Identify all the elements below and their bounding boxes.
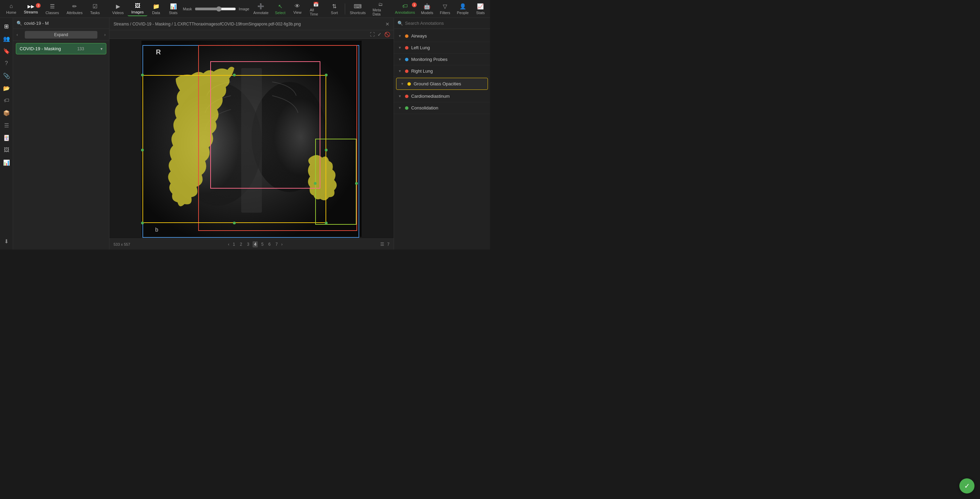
breadcrumb: Streams / COVID-19 - Masking / 1.CXRCTTh… — [113, 22, 301, 27]
sidebar-bookmark-icon[interactable]: 🔖 — [1, 45, 12, 56]
sidebar-list-icon[interactable]: ☰ — [1, 120, 12, 131]
sidebar-image-icon[interactable]: 🖼 — [1, 145, 12, 156]
expand-button[interactable]: Expand — [25, 31, 97, 38]
handle-inner-mr[interactable] — [355, 182, 358, 185]
tools-nav-group: ➕ Annotate ↖ Select 👁 View 📅 All Time ⇅ … — [250, 0, 488, 17]
handle-bm[interactable] — [233, 222, 236, 224]
airways-dot — [405, 34, 409, 38]
expand-view-icon[interactable]: ⛶ — [370, 32, 375, 37]
app-nav-group: ⌂ Home ▶▶ Streams 3 ☰ Classes ✏ Attribut… — [3, 2, 103, 16]
annotation-row-airways[interactable]: ▼ Airways — [394, 30, 490, 42]
nav-metadata[interactable]: 🗂 Meta Data — [369, 0, 392, 17]
nav-view[interactable]: 👁 View — [289, 2, 305, 16]
page-4[interactable]: 4 — [253, 241, 258, 248]
annotation-row-right-lung[interactable]: ▼ Right Lung — [394, 65, 490, 77]
alltime-icon: 📅 — [313, 2, 319, 7]
annotations-label: Annotations — [395, 10, 415, 14]
stats-icon: 📊 — [170, 3, 177, 10]
dataset-count: 133 — [77, 46, 84, 51]
nav-sort[interactable]: ⇅ Sort — [326, 2, 343, 16]
nav-classes[interactable]: ☰ Classes — [42, 2, 62, 16]
annotation-row-monitoring-probes[interactable]: ▼ Monitoring Probes — [394, 54, 490, 65]
sidebar-chart-icon[interactable]: 📊 — [1, 157, 12, 168]
nav-models[interactable]: 🤖 Models — [418, 2, 436, 16]
handle-inner-ml[interactable] — [314, 182, 317, 185]
consolidation-label: Consolidation — [411, 105, 486, 110]
nav-videos[interactable]: ▶ Videos — [109, 2, 127, 16]
image-toolbar-right: ⛶ ✓ 🚫 — [370, 32, 390, 37]
next-arrow[interactable]: › — [104, 32, 106, 37]
page-3[interactable]: 3 — [246, 241, 251, 248]
image-label: Image — [239, 7, 250, 11]
handle-tl[interactable] — [141, 74, 144, 76]
handle-br[interactable] — [325, 222, 328, 224]
handle-mr[interactable] — [325, 149, 328, 151]
annotate-label: Annotate — [253, 11, 269, 15]
nav-data[interactable]: 📁 Data — [148, 2, 164, 16]
bottom-right: ☰ 7 — [380, 242, 390, 247]
sidebar-card-icon[interactable]: 🃏 — [1, 132, 12, 143]
page-5[interactable]: 5 — [260, 241, 265, 248]
dataset-item[interactable]: COVID-19 - Masking 133 ▾ — [16, 43, 106, 54]
handle-tr[interactable] — [325, 74, 328, 76]
people-icon: 👤 — [460, 3, 466, 10]
sidebar-grid-icon[interactable]: ⊞ — [1, 21, 12, 32]
ground-glass-label: Ground Glass Opacities — [414, 81, 484, 86]
nav-images[interactable]: 🖼 Images — [128, 2, 147, 16]
list-view-icon[interactable]: ☰ — [380, 242, 384, 247]
page-6[interactable]: 6 — [267, 241, 272, 248]
nav-tasks[interactable]: ☑ Tasks — [87, 2, 103, 16]
search-input[interactable] — [24, 21, 106, 26]
nav-stats2[interactable]: 📈 Stats — [472, 2, 488, 16]
shortcuts-label: Shortcuts — [350, 11, 366, 15]
annotation-row-cardio[interactable]: ▼ Cardiomediastinum — [394, 91, 490, 102]
sidebar-help-icon[interactable]: ? — [1, 58, 12, 69]
sort-label: Sort — [331, 11, 338, 15]
sidebar-people-icon[interactable]: 👥 — [1, 33, 12, 44]
prev-page-icon[interactable]: ‹ — [228, 242, 229, 247]
nav-home[interactable]: ⌂ Home — [3, 2, 20, 16]
annotation-row-consolidation[interactable]: ▼ Consolidation — [394, 102, 490, 114]
prev-arrow[interactable]: ‹ — [16, 32, 18, 37]
nav-shortcuts[interactable]: ⌨ Shortcuts — [347, 2, 369, 16]
handle-ml[interactable] — [141, 149, 144, 151]
sidebar-download-icon[interactable]: ⬇ — [1, 236, 12, 247]
hide-icon[interactable]: 🚫 — [384, 32, 390, 37]
annotation-row-left-lung[interactable]: ▼ Left Lung — [394, 42, 490, 54]
mask-image-slider-group: Mask Image — [183, 6, 250, 12]
page-count: 7 — [387, 242, 390, 247]
nav-streams[interactable]: ▶▶ Streams 3 — [20, 2, 41, 16]
right-lung-label: Right Lung — [411, 68, 486, 74]
alltime-label: All Time — [310, 8, 322, 16]
sidebar-clip-icon[interactable]: 📎 — [1, 70, 12, 81]
nav-filters[interactable]: ▽ Filters — [437, 2, 453, 16]
check-icon[interactable]: ✓ — [377, 32, 382, 37]
nav-stats[interactable]: 📊 Stats — [165, 2, 182, 16]
nav-annotate[interactable]: ➕ Annotate — [250, 2, 271, 16]
page-1[interactable]: 1 — [231, 241, 236, 248]
monitoring-chevron: ▼ — [398, 57, 402, 61]
tasks-icon: ☑ — [92, 3, 97, 10]
airways-chevron: ▼ — [398, 34, 402, 38]
sidebar-tag-icon[interactable]: 🏷 — [1, 95, 12, 106]
sidebar-folder-icon[interactable]: 📂 — [1, 83, 12, 94]
nav-alltime[interactable]: 📅 All Time — [306, 0, 325, 17]
nav-annotations[interactable]: 🏷 Annotations 1 — [393, 2, 418, 16]
annotation-row-ground-glass[interactable]: ▼ Ground Glass Opacities — [396, 78, 488, 90]
nav-people[interactable]: 👤 People — [454, 2, 471, 16]
monitoring-dot — [405, 58, 409, 61]
handle-bl[interactable] — [141, 222, 144, 224]
next-page-icon[interactable]: › — [281, 242, 283, 247]
sidebar-box-icon[interactable]: 📦 — [1, 107, 12, 118]
nav-attributes[interactable]: ✏ Attributes — [63, 2, 86, 16]
page-7[interactable]: 7 — [274, 241, 279, 248]
breadcrumb-close-icon[interactable]: ✕ — [385, 21, 390, 27]
nav-select[interactable]: ↖ Select — [272, 2, 288, 16]
mask-slider[interactable] — [195, 6, 236, 12]
search-icon: 🔍 — [16, 21, 22, 26]
svg-rect-3 — [241, 68, 262, 213]
handle-tm[interactable] — [233, 74, 236, 76]
left-panel: 🔍 ‹ Expand › COVID-19 - Masking 133 ▾ — [13, 18, 110, 249]
search-annotations-input[interactable] — [405, 21, 487, 26]
page-2[interactable]: 2 — [239, 241, 243, 248]
